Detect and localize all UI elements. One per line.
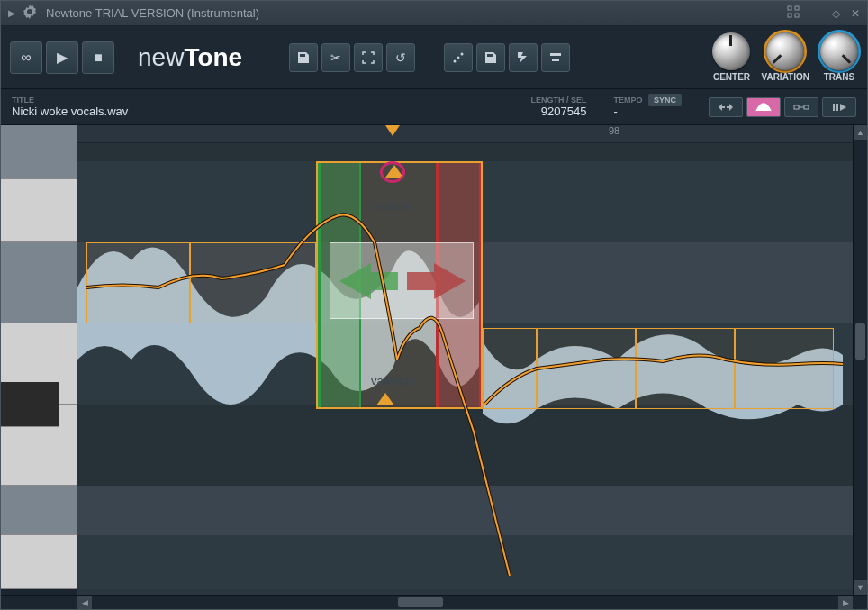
view-group [444, 43, 570, 72]
svg-rect-13 [836, 104, 838, 111]
title-value: Nicki woke vocals.wav [12, 105, 128, 118]
knob-group: CENTER VARIATION TRANS [712, 32, 858, 82]
snap-button[interactable] [444, 43, 473, 72]
svg-point-6 [461, 52, 464, 55]
minimize-button[interactable]: — [810, 7, 821, 20]
svg-rect-1 [795, 6, 799, 10]
svg-rect-9 [794, 105, 799, 109]
titlebar-play-icon[interactable]: ▶ [8, 8, 15, 18]
note-segment[interactable] [636, 328, 735, 409]
vscroll-thumb[interactable] [855, 323, 865, 360]
svg-rect-2 [788, 14, 791, 17]
center-knob[interactable] [712, 32, 750, 70]
vertical-scrollbar[interactable]: ▲ ▼ [853, 125, 867, 595]
mode-warp-button[interactable] [709, 97, 743, 117]
length-value: 9207545 [541, 105, 587, 118]
center-knob-label: CENTER [713, 72, 750, 82]
svg-rect-10 [804, 105, 809, 109]
mode-pitch-button[interactable] [746, 97, 781, 117]
cut-button[interactable]: ✂ [321, 43, 350, 72]
transport-group: ∞ ▶ ■ [10, 41, 114, 74]
select-button[interactable] [354, 43, 383, 72]
svg-rect-12 [833, 104, 835, 111]
svg-rect-0 [788, 6, 791, 10]
save-sample-button[interactable] [476, 43, 505, 72]
title-label: TITLE [12, 96, 128, 105]
svg-point-4 [454, 59, 457, 62]
options-button[interactable] [541, 43, 570, 72]
settings-gear-icon[interactable] [23, 5, 37, 22]
horizontal-scrollbar[interactable]: ◀ ▶ [1, 595, 867, 609]
arrow-overlay-icon [330, 243, 475, 320]
play-button[interactable]: ▶ [46, 41, 78, 74]
titlebar[interactable]: ▶ Newtone TRIAL VERSION (Instrumental) —… [1, 1, 867, 26]
plugin-window: ▶ Newtone TRIAL VERSION (Instrumental) —… [0, 0, 868, 610]
scroll-left-button[interactable]: ◀ [77, 596, 92, 609]
ruler-marker: 98 [609, 125, 619, 136]
mode-link-button[interactable] [784, 97, 818, 117]
svg-rect-7 [550, 53, 561, 56]
note-segment[interactable] [86, 242, 190, 323]
note-segment[interactable] [735, 328, 834, 409]
pitch-editor: 98 [1, 125, 867, 595]
trans-knob[interactable] [820, 32, 858, 70]
note-segment[interactable] [190, 242, 316, 323]
grid-icon[interactable] [787, 5, 800, 21]
variation-knob[interactable] [766, 32, 804, 70]
newtone-logo: newTone [120, 43, 260, 72]
window-controls: — ◇ ✕ [787, 5, 860, 21]
maximize-button[interactable]: ◇ [832, 7, 840, 20]
svg-rect-8 [552, 59, 559, 61]
annotation-circle [380, 161, 405, 183]
scroll-down-button[interactable]: ▼ [854, 580, 867, 595]
save-button[interactable] [289, 43, 318, 72]
time-ruler[interactable]: 98 [77, 125, 853, 143]
note-segment[interactable] [537, 328, 636, 409]
variation-knob-label: VARIATION [761, 72, 809, 82]
stop-button[interactable]: ■ [82, 41, 114, 74]
hscroll-thumb[interactable] [398, 597, 443, 607]
mode-buttons [709, 97, 856, 117]
length-label: LENGTH / SEL [530, 96, 586, 105]
undo-button[interactable]: ↺ [386, 43, 415, 72]
piano-roll[interactable] [1, 125, 77, 595]
mode-play-button[interactable] [822, 97, 856, 117]
playhead[interactable] [393, 125, 393, 595]
send-to-playlist-button[interactable] [509, 43, 538, 72]
scroll-right-button[interactable]: ▶ [838, 596, 853, 609]
editor-canvas[interactable]: 98 [77, 125, 853, 595]
scroll-up-button[interactable]: ▲ [854, 125, 867, 140]
svg-rect-3 [795, 14, 799, 17]
loop-button[interactable]: ∞ [10, 41, 42, 74]
info-bar: TITLE Nicki woke vocals.wav LENGTH / SEL… [1, 89, 867, 125]
svg-point-5 [457, 56, 460, 59]
tempo-value: - [613, 105, 682, 118]
tempo-label: TEMPO SYNC [613, 96, 682, 105]
edit-group: ✂ ↺ [289, 43, 415, 72]
toolbar: ∞ ▶ ■ newTone ✂ ↺ [1, 26, 867, 89]
variation-marker[interactable] [376, 393, 394, 405]
note-segment[interactable] [483, 328, 537, 409]
window-title: Newtone TRIAL VERSION (Instrumental) [46, 6, 787, 20]
trans-knob-label: TRANS [824, 72, 854, 82]
formant-region[interactable] [330, 242, 474, 319]
close-button[interactable]: ✕ [851, 7, 860, 20]
